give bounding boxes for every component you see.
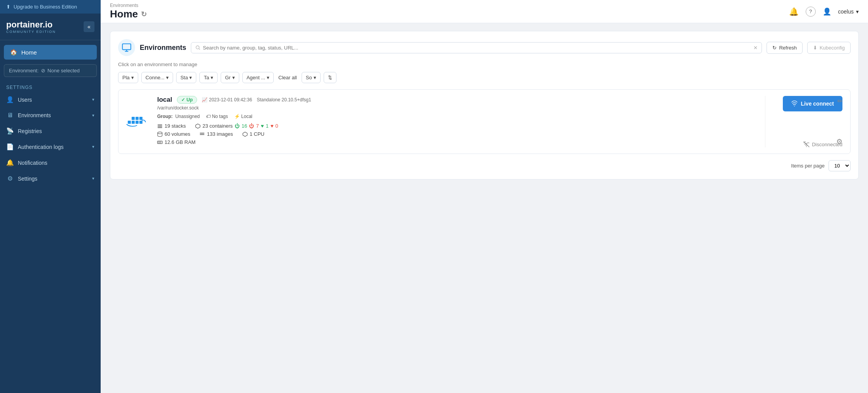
env-path: /var/run/docker.sock [157,105,757,111]
refresh-btn-icon: ↻ [772,45,777,51]
settings-section-label: Settings [0,82,101,92]
sidebar-item-auth-logs[interactable]: 📄 Authentication logs ▾ [0,139,101,155]
svg-rect-14 [158,127,162,128]
logo-sub: Community Edition [6,30,56,34]
env-status-badge: ✓ Up [177,96,197,104]
filter-platform[interactable]: Pla ▾ [118,72,138,83]
filter-status[interactable]: Sta ▾ [176,72,197,83]
sidebar: ⬆ Upgrade to Business Edition portainer.… [0,0,101,393]
sidebar-item-notifications[interactable]: 🔔 Notifications [0,155,101,171]
cpu-icon [242,132,248,137]
chevron-icon-auth-logs: ▾ [92,144,94,149]
env-stats-row3: 12.6 GB RAM [157,139,757,145]
env-timestamp: 📈 2023-12-01 09:42:36 [202,97,252,103]
auth-logs-icon: 📄 [6,143,14,150]
per-page-select[interactable]: 10 25 50 [829,160,851,171]
containers-count: 23 containers [202,123,233,129]
user-chevron-icon: ▾ [856,9,859,15]
help-icon[interactable]: ? [806,7,816,17]
env-stats-row2: 60 volumes 133 images 1 CPU [157,131,757,137]
sort-order-icon: ⇅ [328,75,332,80]
username-label: coelus [838,9,854,15]
volumes-icon [157,132,163,137]
env-item-header: local ✓ Up 📈 2023-12-01 09:42:36 Standal… [157,96,757,104]
edit-environment-button[interactable]: ✏ [837,97,842,105]
search-input[interactable] [203,45,751,51]
filter-tag[interactable]: Ta ▾ [199,72,218,83]
environment-item-local[interactable]: local ✓ Up 📈 2023-12-01 09:42:36 Standal… [118,89,851,154]
sort-select[interactable]: So ▾ [302,72,321,83]
filter-group-chevron: ▾ [232,75,235,80]
svg-point-26 [794,106,795,106]
chevron-icon-environments: ▾ [92,113,94,118]
filter-group[interactable]: Gr ▾ [221,72,239,83]
env-stats-row1: 19 stacks 23 containers ⏻ 16 ⏻ 7 ♥ 1 ♥ [157,123,757,129]
env-tags: 🏷 No tags [206,114,228,119]
volumes-label: 60 volumes [165,131,190,137]
sort-label: So [306,75,312,80]
kubeconfig-icon: ⬇ [813,45,817,51]
sidebar-item-users[interactable]: 👤 Users ▾ [0,92,101,108]
page-title-text: Home [110,8,138,20]
env-name: local [157,96,172,104]
environment-selector[interactable]: Environment: ⊘ None selected [4,64,97,77]
live-connect-button[interactable]: Live connect [783,96,842,111]
notification-bell-icon[interactable]: 🔔 [789,7,799,16]
registries-icon: 📡 [6,127,14,135]
kubeconfig-label: Kubeconfig [820,45,845,51]
sidebar-item-settings[interactable]: ⚙ Settings ▾ [0,171,101,186]
svg-rect-5 [128,121,131,124]
filter-connection[interactable]: Conne... ▾ [141,72,173,83]
upgrade-icon: ⬆ [6,4,10,10]
stat-containers: 23 containers ⏻ 16 ⏻ 7 ♥ 1 ♥ 0 [195,123,278,129]
live-connect-label: Live connect [801,101,834,107]
timestamp-value: 2023-12-01 09:42:36 [209,97,252,103]
docker-logo-icon [126,113,149,131]
sidebar-item-environments[interactable]: 🖥 Environments ▾ [0,108,101,123]
filter-tag-label: Ta [204,75,209,80]
env-item-main: local ✓ Up 📈 2023-12-01 09:42:36 Standal… [157,96,757,147]
refresh-button[interactable]: ↻ Refresh [767,42,803,54]
svg-rect-7 [136,121,139,124]
svg-marker-20 [243,132,247,137]
sidebar-collapse-button[interactable]: « [84,21,94,32]
search-bar[interactable]: ✕ [191,42,762,53]
title-refresh-icon[interactable]: ↻ [141,10,147,19]
main-content: Environments Home ↻ 🔔 ? 👤 coelus ▾ [101,0,868,393]
upgrade-banner[interactable]: ⬆ Upgrade to Business Edition [0,0,101,14]
manage-hint: Click on an environment to manage [118,62,851,67]
env-version: Standalone 20.10.5+dfsg1 [257,97,311,103]
kubeconfig-button[interactable]: ⬇ Kubeconfig [807,42,851,54]
status-check-icon: ✓ [181,97,185,103]
clear-search-icon[interactable]: ✕ [753,45,758,51]
pagination-row: Items per page 10 25 50 [118,160,851,171]
stat-images: 133 images [199,131,233,137]
svg-rect-9 [136,117,139,120]
stacks-count: 19 stacks [165,123,186,129]
filter-connection-label: Conne... [146,75,165,80]
svg-point-27 [806,146,807,147]
user-menu[interactable]: coelus ▾ [838,9,859,15]
svg-rect-11 [132,117,135,120]
logo: portainer.io Community Edition [6,20,56,34]
stacks-icon [157,123,163,129]
running-count: 16 [242,123,247,129]
svg-rect-0 [122,44,131,50]
clear-all-button[interactable]: Clear all [277,72,298,83]
upgrade-label: Upgrade to Business Edition [14,4,77,10]
logo-area: portainer.io Community Edition « [0,14,101,40]
stat-stacks: 19 stacks [157,123,186,129]
filter-tag-chevron: ▾ [211,75,213,80]
sort-order-button[interactable]: ⇅ [324,72,336,83]
filter-agent-chevron: ▾ [267,75,269,80]
running-icon: ⏻ [235,123,240,129]
home-button[interactable]: 🏠 Home [4,45,97,60]
filter-agent[interactable]: Agent ... ▾ [242,72,274,83]
environment-settings-button[interactable]: ⚙ [836,137,842,146]
sidebar-item-registries[interactable]: 📡 Registries [0,123,101,139]
env-item-logo [126,96,149,147]
images-label: 133 images [207,131,233,137]
home-icon: 🏠 [10,49,17,56]
svg-rect-19 [200,134,205,135]
stat-ram: 12.6 GB RAM [157,139,196,145]
